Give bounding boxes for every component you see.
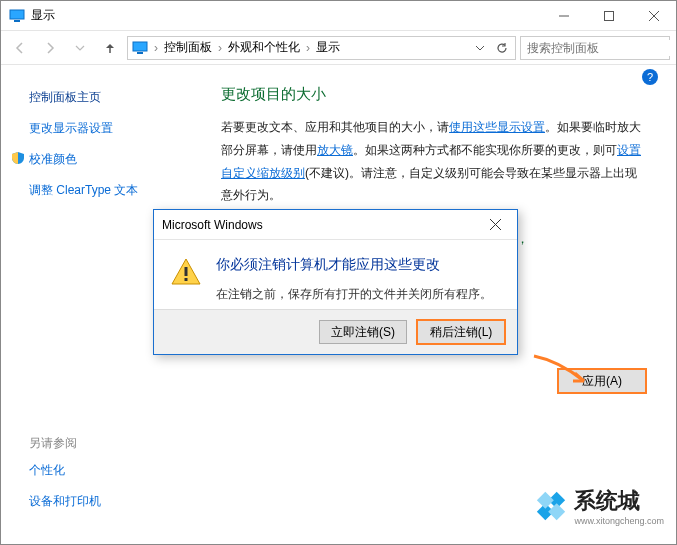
body-paragraph: 若要更改文本、应用和其他项目的大小，请使用这些显示设置。如果要临时放大部分屏幕，…	[221, 116, 646, 207]
maximize-button[interactable]	[586, 1, 631, 31]
help-icon[interactable]: ?	[642, 69, 658, 85]
breadcrumb-item[interactable]: 外观和个性化	[228, 39, 300, 56]
sidebar-item-calibrate-color[interactable]: 校准颜色	[29, 151, 193, 168]
search-input[interactable]	[525, 40, 677, 56]
up-button[interactable]	[97, 35, 123, 61]
logoff-later-button[interactable]: 稍后注销(L)	[417, 320, 505, 344]
display-icon	[9, 8, 25, 24]
breadcrumb-item[interactable]: 显示	[316, 39, 340, 56]
window-title: 显示	[31, 7, 55, 24]
crumb-sep-icon: ›	[154, 41, 158, 55]
see-also: 另请参阅 个性化 设备和打印机	[29, 435, 101, 524]
see-also-personalization[interactable]: 个性化	[29, 462, 101, 479]
minimize-button[interactable]	[541, 1, 586, 31]
address-bar[interactable]: › 控制面板 › 外观和个性化 › 显示	[127, 36, 516, 60]
apply-button[interactable]: 应用(A)	[558, 369, 646, 393]
breadcrumb-item[interactable]: 控制面板	[164, 39, 212, 56]
dialog-sub-text: 在注销之前，保存所有打开的文件并关闭所有程序。	[216, 286, 492, 303]
link-display-settings[interactable]: 使用这些显示设置	[449, 120, 545, 134]
sidebar-item-change-display[interactable]: 更改显示器设置	[29, 120, 193, 137]
page-heading: 更改项目的大小	[221, 85, 646, 104]
sidebar-item-cleartype[interactable]: 调整 ClearType 文本	[29, 182, 193, 199]
logoff-now-button[interactable]: 立即注销(S)	[319, 320, 407, 344]
svg-rect-13	[185, 267, 188, 276]
refresh-button[interactable]	[493, 39, 511, 57]
dialog-titlebar: Microsoft Windows	[154, 210, 517, 240]
titlebar: 显示	[1, 1, 676, 31]
forward-button[interactable]	[37, 35, 63, 61]
navbar: › 控制面板 › 外观和个性化 › 显示	[1, 31, 676, 65]
back-button[interactable]	[7, 35, 33, 61]
sidebar-item-home[interactable]: 控制面板主页	[29, 89, 193, 106]
see-also-header: 另请参阅	[29, 435, 101, 452]
watermark: 系统城 www.xitongcheng.com	[534, 486, 664, 526]
watermark-url: www.xitongcheng.com	[574, 516, 664, 526]
watermark-logo-icon	[534, 489, 568, 523]
sidebar-item-label: 校准颜色	[29, 152, 77, 166]
svg-rect-14	[185, 278, 188, 281]
link-magnifier[interactable]: 放大镜	[317, 143, 353, 157]
shield-icon	[11, 151, 25, 165]
warning-icon	[170, 256, 204, 303]
close-button[interactable]	[631, 1, 676, 31]
watermark-text: 系统城	[574, 486, 664, 516]
svg-rect-1	[14, 20, 20, 22]
crumb-sep-icon: ›	[218, 41, 222, 55]
logoff-dialog: Microsoft Windows 你必须注销计算机才能应用这些更改 在注销之前…	[153, 209, 518, 355]
svg-rect-17	[537, 492, 554, 509]
dialog-title: Microsoft Windows	[162, 218, 263, 232]
svg-rect-8	[137, 52, 143, 54]
see-also-devices-printers[interactable]: 设备和打印机	[29, 493, 101, 510]
dialog-main-text: 你必须注销计算机才能应用这些更改	[216, 256, 492, 274]
svg-rect-7	[133, 42, 147, 51]
crumb-sep-icon: ›	[306, 41, 310, 55]
display-icon	[132, 40, 148, 56]
svg-rect-18	[549, 503, 566, 520]
svg-rect-3	[604, 11, 613, 20]
search-box[interactable]	[520, 36, 670, 60]
svg-rect-0	[10, 10, 24, 19]
recent-dropdown[interactable]	[67, 35, 93, 61]
address-dropdown[interactable]	[471, 39, 489, 57]
dialog-close-button[interactable]	[481, 214, 509, 236]
